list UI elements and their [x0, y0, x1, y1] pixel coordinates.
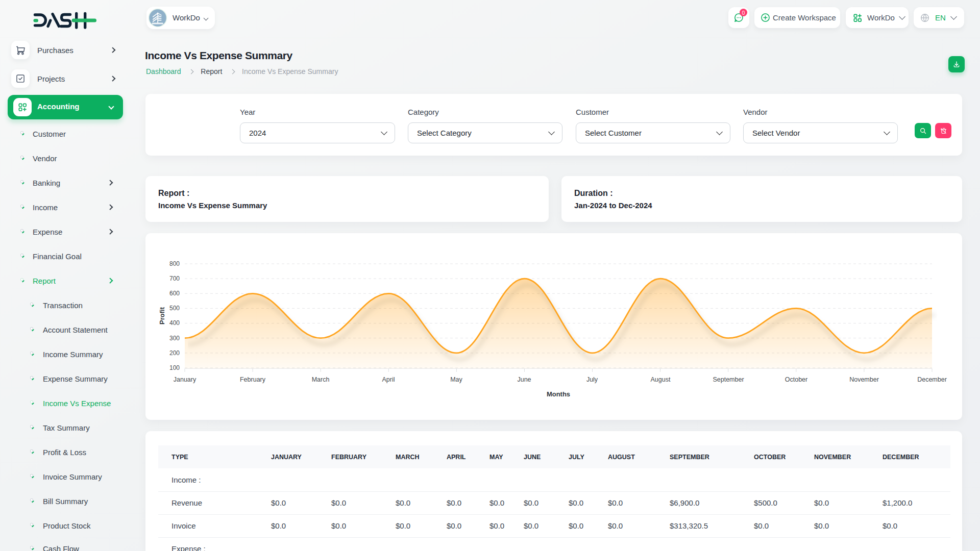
svg-text:May: May [450, 376, 462, 383]
svg-text:200: 200 [169, 349, 180, 357]
svg-text:600: 600 [169, 290, 180, 297]
svg-text:April: April [382, 376, 395, 383]
svg-text:Months: Months [547, 390, 570, 398]
svg-text:July: July [586, 376, 598, 383]
svg-text:June: June [517, 376, 531, 383]
svg-text:500: 500 [169, 305, 180, 312]
svg-text:Profit: Profit [158, 307, 166, 324]
svg-text:400: 400 [169, 319, 180, 327]
svg-text:700: 700 [169, 275, 180, 282]
svg-text:December: December [917, 376, 947, 383]
svg-text:100: 100 [169, 364, 180, 371]
svg-text:August: August [651, 376, 671, 383]
svg-text:February: February [240, 376, 266, 383]
svg-text:November: November [849, 376, 879, 383]
svg-text:September: September [713, 376, 744, 383]
svg-text:March: March [312, 376, 330, 383]
svg-text:January: January [174, 376, 197, 383]
svg-text:October: October [785, 376, 807, 383]
svg-text:800: 800 [169, 260, 180, 267]
svg-text:300: 300 [169, 335, 180, 342]
